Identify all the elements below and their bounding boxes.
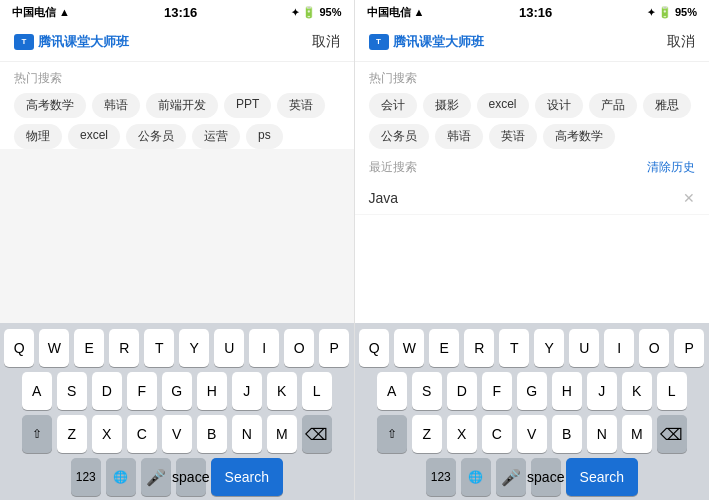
search-key-right[interactable]: Search — [566, 458, 638, 496]
delete-key-right[interactable]: ⌫ — [657, 415, 687, 453]
hot-search-title-left: 热门搜索 — [0, 62, 354, 93]
keyboard-row-3-left: ⇧ Z X C V B N M ⌫ — [3, 415, 351, 453]
key-J-right[interactable]: J — [587, 372, 617, 410]
key-N-left[interactable]: N — [232, 415, 262, 453]
key-F-right[interactable]: F — [482, 372, 512, 410]
wifi-icon-left: ▲ — [59, 6, 70, 18]
key-X-right[interactable]: X — [447, 415, 477, 453]
key-F-left[interactable]: F — [127, 372, 157, 410]
globe-key-right[interactable]: 🌐 — [461, 458, 491, 496]
key-E-left[interactable]: E — [74, 329, 104, 367]
space-key-right[interactable]: space — [531, 458, 561, 496]
key-S-left[interactable]: S — [57, 372, 87, 410]
key-K-right[interactable]: K — [622, 372, 652, 410]
tag-8[interactable]: 运营 — [192, 124, 240, 149]
time-right: 13:16 — [519, 5, 552, 20]
space-key-left[interactable]: space — [176, 458, 206, 496]
key-C-left[interactable]: C — [127, 415, 157, 453]
key-T-right[interactable]: T — [499, 329, 529, 367]
shift-key-right[interactable]: ⇧ — [377, 415, 407, 453]
key-V-right[interactable]: V — [517, 415, 547, 453]
key-A-left[interactable]: A — [22, 372, 52, 410]
clear-history-btn[interactable]: 清除历史 — [647, 159, 695, 176]
shift-key-left[interactable]: ⇧ — [22, 415, 52, 453]
key-Z-right[interactable]: Z — [412, 415, 442, 453]
key-W-right[interactable]: W — [394, 329, 424, 367]
key-G-left[interactable]: G — [162, 372, 192, 410]
tag-1[interactable]: 韩语 — [92, 93, 140, 118]
key-H-right[interactable]: H — [552, 372, 582, 410]
key-J-left[interactable]: J — [232, 372, 262, 410]
key-K-left[interactable]: K — [267, 372, 297, 410]
tag-5[interactable]: 物理 — [14, 124, 62, 149]
rtag-8[interactable]: 英语 — [489, 124, 537, 149]
key-M-left[interactable]: M — [267, 415, 297, 453]
key-O-right[interactable]: O — [639, 329, 669, 367]
key-Z-left[interactable]: Z — [57, 415, 87, 453]
keyboard-bottom-right: 123 🌐 🎤 space Search — [358, 458, 707, 496]
rtag-2[interactable]: excel — [477, 93, 529, 118]
key-Y-left[interactable]: Y — [179, 329, 209, 367]
rtag-9[interactable]: 高考数学 — [543, 124, 615, 149]
key-T-left[interactable]: T — [144, 329, 174, 367]
key-D-right[interactable]: D — [447, 372, 477, 410]
key-B-right[interactable]: B — [552, 415, 582, 453]
rtag-7[interactable]: 韩语 — [435, 124, 483, 149]
tag-6[interactable]: excel — [68, 124, 120, 149]
key-D-left[interactable]: D — [92, 372, 122, 410]
key-V-left[interactable]: V — [162, 415, 192, 453]
key-R-right[interactable]: R — [464, 329, 494, 367]
key-O-left[interactable]: O — [284, 329, 314, 367]
mic-key-right[interactable]: 🎤 — [496, 458, 526, 496]
search-key-left[interactable]: Search — [211, 458, 283, 496]
key-Y-right[interactable]: Y — [534, 329, 564, 367]
key-C-right[interactable]: C — [482, 415, 512, 453]
key-Q-right[interactable]: Q — [359, 329, 389, 367]
rtag-6[interactable]: 公务员 — [369, 124, 429, 149]
key-N-right[interactable]: N — [587, 415, 617, 453]
close-java-btn[interactable]: ✕ — [683, 190, 695, 206]
tag-3[interactable]: PPT — [224, 93, 271, 118]
recent-title-right: 最近搜索 — [369, 159, 417, 176]
key-L-left[interactable]: L — [302, 372, 332, 410]
rtag-1[interactable]: 摄影 — [423, 93, 471, 118]
num-key-left[interactable]: 123 — [71, 458, 101, 496]
keyboard-row-1-left: Q W E R T Y U I O P — [3, 329, 351, 367]
key-B-left[interactable]: B — [197, 415, 227, 453]
tag-2[interactable]: 前端开发 — [146, 93, 218, 118]
globe-key-left[interactable]: 🌐 — [106, 458, 136, 496]
num-key-right[interactable]: 123 — [426, 458, 456, 496]
key-X-left[interactable]: X — [92, 415, 122, 453]
key-S-right[interactable]: S — [412, 372, 442, 410]
key-P-left[interactable]: P — [319, 329, 349, 367]
logo-left: T 腾讯课堂大师班 — [14, 33, 129, 51]
key-A-right[interactable]: A — [377, 372, 407, 410]
key-U-left[interactable]: U — [214, 329, 244, 367]
key-G-right[interactable]: G — [517, 372, 547, 410]
rtag-5[interactable]: 雅思 — [643, 93, 691, 118]
mic-key-left[interactable]: 🎤 — [141, 458, 171, 496]
key-E-right[interactable]: E — [429, 329, 459, 367]
key-I-left[interactable]: I — [249, 329, 279, 367]
key-I-right[interactable]: I — [604, 329, 634, 367]
tag-9[interactable]: ps — [246, 124, 283, 149]
key-Q-left[interactable]: Q — [4, 329, 34, 367]
tag-4[interactable]: 英语 — [277, 93, 325, 118]
rtag-4[interactable]: 产品 — [589, 93, 637, 118]
key-P-right[interactable]: P — [674, 329, 704, 367]
tag-0[interactable]: 高考数学 — [14, 93, 86, 118]
key-M-right[interactable]: M — [622, 415, 652, 453]
key-L-right[interactable]: L — [657, 372, 687, 410]
rtag-3[interactable]: 设计 — [535, 93, 583, 118]
key-R-left[interactable]: R — [109, 329, 139, 367]
empty-area-left — [0, 149, 354, 323]
key-U-right[interactable]: U — [569, 329, 599, 367]
logo-text-left: 腾讯课堂大师班 — [38, 33, 129, 51]
key-W-left[interactable]: W — [39, 329, 69, 367]
cancel-btn-right[interactable]: 取消 — [667, 33, 695, 51]
delete-key-left[interactable]: ⌫ — [302, 415, 332, 453]
tag-7[interactable]: 公务员 — [126, 124, 186, 149]
cancel-btn-left[interactable]: 取消 — [312, 33, 340, 51]
rtag-0[interactable]: 会计 — [369, 93, 417, 118]
key-H-left[interactable]: H — [197, 372, 227, 410]
